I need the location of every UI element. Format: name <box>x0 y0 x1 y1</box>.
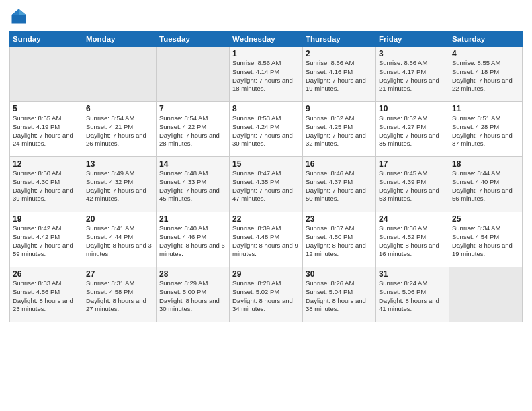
day-number: 24 <box>379 214 446 224</box>
day-cell: 23Sunrise: 8:37 AM Sunset: 4:50 PM Dayli… <box>303 212 376 267</box>
day-info: Sunrise: 8:40 AM Sunset: 4:46 PM Dayligh… <box>159 224 226 259</box>
svg-marker-2 <box>12 9 19 15</box>
day-info: Sunrise: 8:52 AM Sunset: 4:25 PM Dayligh… <box>306 114 373 148</box>
day-info: Sunrise: 8:50 AM Sunset: 4:30 PM Dayligh… <box>13 169 80 203</box>
day-info: Sunrise: 8:41 AM Sunset: 4:44 PM Dayligh… <box>86 224 153 259</box>
day-info: Sunrise: 8:46 AM Sunset: 4:37 PM Dayligh… <box>306 169 373 203</box>
day-cell: 25Sunrise: 8:34 AM Sunset: 4:54 PM Dayli… <box>449 212 523 267</box>
day-cell: 27Sunrise: 8:31 AM Sunset: 4:58 PM Dayli… <box>83 267 157 322</box>
day-info: Sunrise: 8:42 AM Sunset: 4:42 PM Dayligh… <box>13 224 80 259</box>
day-number: 27 <box>86 269 153 279</box>
header <box>9 7 523 26</box>
weekday-header-friday: Friday <box>376 32 449 47</box>
day-info: Sunrise: 8:48 AM Sunset: 4:33 PM Dayligh… <box>159 169 226 203</box>
day-info: Sunrise: 8:29 AM Sunset: 5:00 PM Dayligh… <box>159 279 226 314</box>
day-cell: 30Sunrise: 8:26 AM Sunset: 5:04 PM Dayli… <box>303 267 376 322</box>
day-number: 25 <box>452 214 519 224</box>
day-cell <box>157 47 230 102</box>
day-cell: 8Sunrise: 8:53 AM Sunset: 4:24 PM Daylig… <box>230 102 303 157</box>
day-info: Sunrise: 8:51 AM Sunset: 4:28 PM Dayligh… <box>452 114 519 148</box>
day-cell: 24Sunrise: 8:36 AM Sunset: 4:52 PM Dayli… <box>376 212 449 267</box>
weekday-header-tuesday: Tuesday <box>157 32 230 47</box>
day-info: Sunrise: 8:56 AM Sunset: 4:16 PM Dayligh… <box>306 59 373 93</box>
day-info: Sunrise: 8:26 AM Sunset: 5:04 PM Dayligh… <box>306 279 373 314</box>
day-number: 10 <box>379 104 446 113</box>
logo-icon <box>9 7 28 26</box>
day-number: 3 <box>379 49 446 58</box>
day-number: 9 <box>306 104 373 113</box>
day-cell <box>83 47 157 102</box>
day-cell: 9Sunrise: 8:52 AM Sunset: 4:25 PM Daylig… <box>303 102 376 157</box>
day-cell: 28Sunrise: 8:29 AM Sunset: 5:00 PM Dayli… <box>157 267 230 322</box>
day-number: 29 <box>232 269 300 279</box>
logo <box>9 7 31 26</box>
day-number: 5 <box>13 104 80 113</box>
calendar-container: SundayMondayTuesdayWednesdayThursdayFrid… <box>0 0 532 411</box>
day-cell: 5Sunrise: 8:55 AM Sunset: 4:19 PM Daylig… <box>10 102 83 157</box>
weekday-header-thursday: Thursday <box>303 32 376 47</box>
day-number: 22 <box>232 214 300 224</box>
day-cell: 2Sunrise: 8:56 AM Sunset: 4:16 PM Daylig… <box>303 47 376 102</box>
day-number: 26 <box>13 269 80 279</box>
day-cell: 18Sunrise: 8:44 AM Sunset: 4:40 PM Dayli… <box>449 157 523 212</box>
week-row-3: 12Sunrise: 8:50 AM Sunset: 4:30 PM Dayli… <box>10 157 523 212</box>
day-info: Sunrise: 8:49 AM Sunset: 4:32 PM Dayligh… <box>86 169 153 203</box>
day-number: 4 <box>452 49 519 58</box>
weekday-header-wednesday: Wednesday <box>230 32 303 47</box>
day-info: Sunrise: 8:36 AM Sunset: 4:52 PM Dayligh… <box>379 224 446 259</box>
day-info: Sunrise: 8:56 AM Sunset: 4:17 PM Dayligh… <box>379 59 446 93</box>
svg-marker-1 <box>19 9 26 15</box>
week-row-1: 1Sunrise: 8:56 AM Sunset: 4:14 PM Daylig… <box>10 47 523 102</box>
day-cell: 6Sunrise: 8:54 AM Sunset: 4:21 PM Daylig… <box>83 102 157 157</box>
day-info: Sunrise: 8:54 AM Sunset: 4:22 PM Dayligh… <box>159 114 226 148</box>
day-info: Sunrise: 8:55 AM Sunset: 4:19 PM Dayligh… <box>13 114 80 148</box>
day-number: 30 <box>306 269 373 279</box>
week-row-4: 19Sunrise: 8:42 AM Sunset: 4:42 PM Dayli… <box>10 212 523 267</box>
day-number: 28 <box>159 269 226 279</box>
day-info: Sunrise: 8:33 AM Sunset: 4:56 PM Dayligh… <box>13 279 80 314</box>
day-info: Sunrise: 8:53 AM Sunset: 4:24 PM Dayligh… <box>232 114 300 148</box>
day-number: 16 <box>306 159 373 169</box>
week-row-5: 26Sunrise: 8:33 AM Sunset: 4:56 PM Dayli… <box>10 267 523 322</box>
day-cell: 21Sunrise: 8:40 AM Sunset: 4:46 PM Dayli… <box>157 212 230 267</box>
calendar-table: SundayMondayTuesdayWednesdayThursdayFrid… <box>9 31 523 322</box>
day-cell <box>10 47 83 102</box>
day-cell: 10Sunrise: 8:52 AM Sunset: 4:27 PM Dayli… <box>376 102 449 157</box>
day-info: Sunrise: 8:52 AM Sunset: 4:27 PM Dayligh… <box>379 114 446 148</box>
day-number: 31 <box>379 269 446 279</box>
day-number: 8 <box>232 104 300 113</box>
day-cell: 12Sunrise: 8:50 AM Sunset: 4:30 PM Dayli… <box>10 157 83 212</box>
day-cell: 22Sunrise: 8:39 AM Sunset: 4:48 PM Dayli… <box>230 212 303 267</box>
day-info: Sunrise: 8:34 AM Sunset: 4:54 PM Dayligh… <box>452 224 519 259</box>
day-info: Sunrise: 8:56 AM Sunset: 4:14 PM Dayligh… <box>232 59 300 93</box>
day-info: Sunrise: 8:55 AM Sunset: 4:18 PM Dayligh… <box>452 59 519 93</box>
day-info: Sunrise: 8:44 AM Sunset: 4:40 PM Dayligh… <box>452 169 519 203</box>
day-cell: 19Sunrise: 8:42 AM Sunset: 4:42 PM Dayli… <box>10 212 83 267</box>
day-number: 17 <box>379 159 446 169</box>
day-number: 23 <box>306 214 373 224</box>
day-info: Sunrise: 8:45 AM Sunset: 4:39 PM Dayligh… <box>379 169 446 203</box>
day-number: 2 <box>306 49 373 58</box>
week-row-2: 5Sunrise: 8:55 AM Sunset: 4:19 PM Daylig… <box>10 102 523 157</box>
day-cell: 20Sunrise: 8:41 AM Sunset: 4:44 PM Dayli… <box>83 212 157 267</box>
weekday-header-saturday: Saturday <box>449 32 523 47</box>
day-number: 19 <box>13 214 80 224</box>
day-cell: 7Sunrise: 8:54 AM Sunset: 4:22 PM Daylig… <box>157 102 230 157</box>
day-number: 18 <box>452 159 519 169</box>
day-number: 12 <box>13 159 80 169</box>
day-cell: 4Sunrise: 8:55 AM Sunset: 4:18 PM Daylig… <box>449 47 523 102</box>
day-info: Sunrise: 8:47 AM Sunset: 4:35 PM Dayligh… <box>232 169 300 203</box>
day-number: 6 <box>86 104 153 113</box>
day-cell: 13Sunrise: 8:49 AM Sunset: 4:32 PM Dayli… <box>83 157 157 212</box>
day-cell: 15Sunrise: 8:47 AM Sunset: 4:35 PM Dayli… <box>230 157 303 212</box>
day-number: 20 <box>86 214 153 224</box>
day-cell: 1Sunrise: 8:56 AM Sunset: 4:14 PM Daylig… <box>230 47 303 102</box>
day-info: Sunrise: 8:24 AM Sunset: 5:06 PM Dayligh… <box>379 279 446 314</box>
day-info: Sunrise: 8:31 AM Sunset: 4:58 PM Dayligh… <box>86 279 153 314</box>
day-info: Sunrise: 8:28 AM Sunset: 5:02 PM Dayligh… <box>232 279 300 314</box>
day-cell: 14Sunrise: 8:48 AM Sunset: 4:33 PM Dayli… <box>157 157 230 212</box>
day-number: 1 <box>232 49 300 58</box>
day-cell <box>449 267 523 322</box>
day-cell: 31Sunrise: 8:24 AM Sunset: 5:06 PM Dayli… <box>376 267 449 322</box>
day-cell: 26Sunrise: 8:33 AM Sunset: 4:56 PM Dayli… <box>10 267 83 322</box>
